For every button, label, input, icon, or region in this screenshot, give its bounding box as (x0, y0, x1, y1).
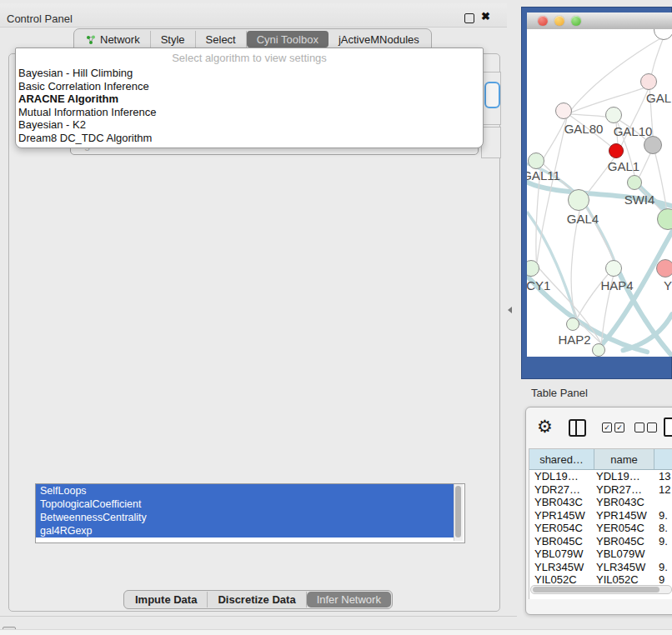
split-columns-icon[interactable] (569, 419, 586, 437)
panel-resize-handle[interactable] (508, 307, 512, 313)
data-attribute-item[interactable]: TopologicalCoefficient (36, 498, 454, 511)
algorithm-option-mutual-information-inference[interactable]: Mutual Information Inference (16, 106, 483, 119)
gear-icon[interactable]: ⚙ (537, 417, 553, 437)
table-cell[interactable]: YBR045C (529, 535, 594, 548)
bottom-tabbar: Impute DataDiscretize DataInfer Network (123, 590, 393, 609)
table-cell[interactable]: YBR043C (529, 496, 594, 509)
network-node-swi4[interactable] (627, 175, 642, 190)
table-cell[interactable]: YDR27… (529, 483, 594, 497)
unchecked-checkbox-icon[interactable] (647, 422, 657, 432)
table-cell[interactable]: YBL079W (529, 548, 594, 561)
table-row[interactable]: YLR345WYLR345W9. (529, 561, 672, 574)
tab-style[interactable]: Style (151, 31, 196, 48)
network-window-titlebar[interactable] (527, 12, 672, 30)
table-header-row: shared… name (529, 449, 672, 470)
table-cell[interactable]: YDL19… (529, 470, 594, 483)
network-node-hap2[interactable] (566, 318, 579, 331)
table-cell[interactable]: YER054C (594, 522, 654, 535)
bottom-tab-infer-network[interactable]: Infer Network (307, 592, 391, 608)
table-cell[interactable]: YDR27… (594, 483, 654, 497)
tab-jactivemnodules[interactable]: jActiveMNodules (328, 31, 429, 48)
table-row[interactable]: YDL19…YDL19…13 (529, 470, 672, 483)
minimize-traffic-light[interactable] (554, 16, 564, 26)
table-row[interactable]: YBR045CYBR045C9. (529, 535, 672, 548)
table-cell[interactable]: 9. (654, 509, 672, 522)
table-cell[interactable]: YLR345W (594, 561, 654, 574)
tab-label: jActiveMNodules (339, 33, 419, 46)
network-node-gal10[interactable] (605, 107, 622, 123)
network-icon (86, 35, 96, 45)
table-row[interactable]: YPR145WYPR145W9. (529, 509, 672, 522)
table-cell[interactable]: YBR045C (594, 535, 654, 548)
node-label: SWI4 (624, 192, 655, 207)
column-header-extra[interactable] (654, 449, 672, 469)
table-cell[interactable]: 13 (654, 470, 672, 483)
network-canvas[interactable]: GALGAL80GAL10GAL1GAL11SWI4GAL4GCY1HAP4YH… (527, 29, 672, 357)
node-table: shared… name YDL19…YDL19…13YDR27…YDR27…1… (529, 448, 672, 599)
node-label: GAL4 (567, 212, 599, 226)
node-label: GAL1 (608, 159, 639, 173)
table-cell[interactable]: 9. (654, 535, 672, 548)
tab-select[interactable]: Select (196, 31, 247, 48)
table-cell[interactable] (654, 496, 672, 509)
tab-label: Network (100, 33, 140, 46)
checked-checkbox-icon[interactable]: ✓ (614, 422, 624, 432)
network-node-gal11[interactable] (528, 152, 544, 169)
table-cell[interactable]: YBL079W (594, 548, 654, 561)
document-icon[interactable] (664, 418, 672, 437)
hidden-group-fragment (481, 127, 501, 158)
network-node-gal1[interactable] (609, 143, 624, 158)
table-cell[interactable] (654, 548, 672, 561)
attributes-vscrollbar-thumb[interactable] (455, 486, 461, 538)
algorithm-option-dream8-dc-tdc-algorithm[interactable]: Dream8 DC_TDC Algorithm (16, 132, 483, 145)
control-panel-title: Control Panel (7, 12, 73, 25)
table-cell[interactable]: 9. (654, 561, 672, 574)
tab-cyni-toolbox[interactable]: Cyni Toolbox (247, 31, 328, 48)
table-row[interactable]: YBR043CYBR043C (529, 496, 672, 509)
algorithm-option-bayesian-hill-climbing[interactable]: Bayesian - Hill Climbing (16, 67, 483, 80)
algorithm-option-basic-correlation-inference[interactable]: Basic Correlation Inference (16, 80, 483, 93)
node-label: GAL11 (527, 168, 560, 182)
table-cell[interactable]: YPR145W (529, 509, 594, 522)
network-node-gal[interactable] (640, 73, 657, 90)
data-attribute-item[interactable]: BetweennessCentrality (36, 511, 454, 524)
checked-checkbox-icon[interactable]: ✓ (602, 422, 612, 432)
table-cell[interactable]: YBR043C (594, 496, 654, 509)
data-attribute-item[interactable]: gal4RGexp (36, 524, 454, 538)
table-hscrollbar-thumb[interactable] (533, 587, 659, 592)
attributes-vscrollbar (454, 484, 463, 541)
tab-network[interactable]: Network (76, 31, 151, 48)
network-node[interactable] (644, 136, 662, 154)
float-window-icon[interactable] (464, 13, 474, 23)
table-cell[interactable]: 8. (654, 522, 672, 535)
tab-label: Select (206, 33, 236, 46)
table-cell[interactable]: YPR145W (594, 509, 654, 522)
bottom-tab-impute-data[interactable]: Impute Data (125, 592, 208, 608)
network-node-hap4[interactable] (605, 260, 622, 277)
table-row[interactable]: YDR27…YDR27…12 (529, 483, 672, 497)
table-row[interactable]: YER054CYER054C8. (529, 522, 672, 535)
algorithm-dropdown-list[interactable]: Select algorithm to view settings Bayesi… (15, 48, 484, 148)
table-cell[interactable]: 12 (654, 483, 672, 497)
unchecked-checkbox-icon[interactable] (634, 422, 644, 432)
algorithm-option-aracne-algorithm[interactable]: ARACNE Algorithm (16, 92, 483, 106)
table-cell[interactable]: YLR345W (529, 561, 594, 574)
table-cell[interactable]: YER054C (529, 522, 594, 535)
table-cell[interactable]: YDL19… (594, 470, 654, 483)
close-traffic-light[interactable] (538, 16, 548, 26)
network-node-gal80[interactable] (555, 102, 572, 119)
app-root: Control Panel ✖ NetworkStyleSelectCyni T… (0, 0, 672, 635)
column-header-name[interactable]: name (594, 449, 654, 469)
table-row[interactable]: YBL079WYBL079W (529, 548, 672, 561)
close-icon[interactable]: ✖ (481, 10, 490, 22)
bottom-tab-discretize-data[interactable]: Discretize Data (208, 592, 306, 608)
network-node-y[interactable] (656, 259, 672, 278)
data-attributes-list[interactable]: SelfLoopsTopologicalCoefficientBetweenne… (35, 483, 465, 543)
data-attribute-item[interactable]: SelfLoops (36, 484, 454, 498)
algorithm-option-bayesian-k2[interactable]: Bayesian - K2 (16, 118, 483, 132)
zoom-traffic-light[interactable] (571, 16, 581, 26)
column-header-shared[interactable]: shared… (529, 449, 594, 469)
network-node-gal4[interactable] (568, 189, 589, 211)
focused-button-fragment[interactable] (484, 82, 500, 108)
network-node[interactable] (592, 343, 605, 357)
